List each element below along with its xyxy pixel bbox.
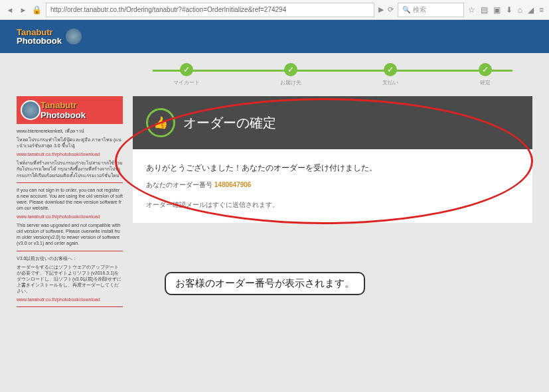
- step-confirm: ✓ 確定: [479, 63, 492, 86]
- url-text: http://order.tanabutr.co.th/Ordering/tan…: [50, 6, 286, 13]
- divider: [17, 251, 123, 251]
- order-number-value: 1480647906: [214, 181, 252, 188]
- url-bar[interactable]: http://order.tanabutr.co.th/Ordering/tan…: [46, 3, 374, 17]
- step-shipping: ✓ お届け先: [280, 63, 301, 86]
- sidebar-text: ไฟล์งานที่สร้างจากโปรแกรมเก่าจะไม่สามารถ…: [17, 160, 123, 178]
- progress-steps: ✓ マイカート ✓ お届け先 ✓ 支払い ✓ 確定: [133, 53, 532, 90]
- confirm-header: 👍 オーダーの確定: [133, 96, 532, 149]
- sidebar-text: V3.0以前お使いのお客様へ：: [17, 255, 123, 261]
- home-icon[interactable]: ⌂: [518, 5, 522, 15]
- banner-icon: [21, 100, 40, 120]
- sidebar: Tanabutr Photobook www.bterenerekenkelt,…: [17, 96, 123, 311]
- sidebar-text: オーダーをするにはソフトウエアのアップデートが必要です。下記サイトよりソフト(v…: [17, 264, 123, 294]
- check-icon: ✓: [284, 63, 297, 76]
- search-placeholder: 検索: [413, 5, 426, 15]
- annotation-callout: お客様のオーダー番号が表示されます。: [165, 272, 365, 295]
- refresh-icon[interactable]: ⟳: [388, 5, 394, 14]
- sync-icon[interactable]: ◢: [528, 5, 534, 15]
- sidebar-banner: Tanabutr Photobook: [17, 96, 123, 124]
- order-number-label: あなたのオーダー番号: [146, 181, 212, 188]
- back-icon[interactable]: ◄: [5, 5, 15, 15]
- order-number-line: あなたのオーダー番号 1480647906: [146, 180, 519, 190]
- page-background: Tanabutr Photobook ✓ マイカート ✓ お届け先 ✓ 支払い …: [0, 20, 549, 392]
- go-icon[interactable]: ▶: [378, 5, 384, 14]
- check-icon: ✓: [384, 63, 397, 76]
- sidebar-text: www.bterenerekenkelt, เพื่อดาวน์: [17, 128, 123, 134]
- sidebar-link[interactable]: www.tanabutr.co.th/photobook/download: [17, 151, 123, 157]
- step-payment: ✓ 支払い: [382, 63, 398, 86]
- sidebar-link[interactable]: www.tanabutr.co.th/photobook/download: [17, 214, 123, 220]
- search-icon: 🔍: [402, 6, 410, 13]
- header-logo[interactable]: Tanabutr Photobook: [17, 28, 82, 45]
- sidebar-text: This server was upgraded and not compati…: [17, 222, 123, 246]
- step-label: マイカート: [173, 79, 200, 86]
- sidebar-text: โหลดโปรแกรมทำโฟโต้บุ๊คและคู่มือ ภาษาไทย …: [17, 137, 123, 149]
- site-header: Tanabutr Photobook: [0, 20, 549, 53]
- banner-line1: Tanabutr: [40, 100, 86, 110]
- forward-icon[interactable]: ►: [19, 5, 28, 15]
- divider: [17, 182, 123, 183]
- browser-toolbar: ◄ ► 🔒 http://order.tanabutr.co.th/Orderi…: [0, 0, 549, 20]
- thanks-message: ありがとうございました！あなたのオーダーを受け付けました。: [146, 163, 519, 174]
- step-label: 支払い: [382, 79, 398, 86]
- confirmation-note: オーダー確認メールはすぐに送信されます。: [146, 200, 519, 210]
- download-icon[interactable]: ⬇: [506, 5, 512, 15]
- check-icon: ✓: [180, 63, 193, 76]
- logo-icon: [66, 29, 82, 44]
- step-cart: ✓ マイカート: [173, 63, 200, 86]
- page-title: オーダーの確定: [183, 114, 276, 132]
- star-icon[interactable]: ☆: [468, 5, 475, 15]
- toolbar-icons: ☆ ▤ ▣ ⬇ ⌂ ◢ ≡: [468, 5, 544, 15]
- logo-line2: Photobook: [17, 36, 62, 45]
- menu-icon[interactable]: ≡: [539, 5, 544, 15]
- step-label: お届け先: [280, 79, 301, 86]
- sidebar-text: If you can not sign in to order, you can…: [17, 187, 123, 211]
- bookmark-icon[interactable]: ▤: [481, 5, 488, 15]
- divider: [17, 306, 123, 307]
- pocket-icon[interactable]: ▣: [493, 5, 501, 15]
- step-label: 確定: [480, 79, 491, 86]
- search-bar[interactable]: 🔍検索: [398, 3, 464, 17]
- thumbs-up-icon: 👍: [146, 108, 175, 137]
- confirm-body: ありがとうございました！あなたのオーダーを受け付けました。 あなたのオーダー番号…: [133, 149, 532, 223]
- check-icon: ✓: [479, 63, 492, 76]
- lock-icon: 🔒: [32, 5, 42, 15]
- sidebar-link[interactable]: www.tanabutr.co.th/photobook/download: [17, 296, 123, 302]
- banner-line2: Photobook: [40, 110, 86, 120]
- step-connector: [153, 70, 512, 72]
